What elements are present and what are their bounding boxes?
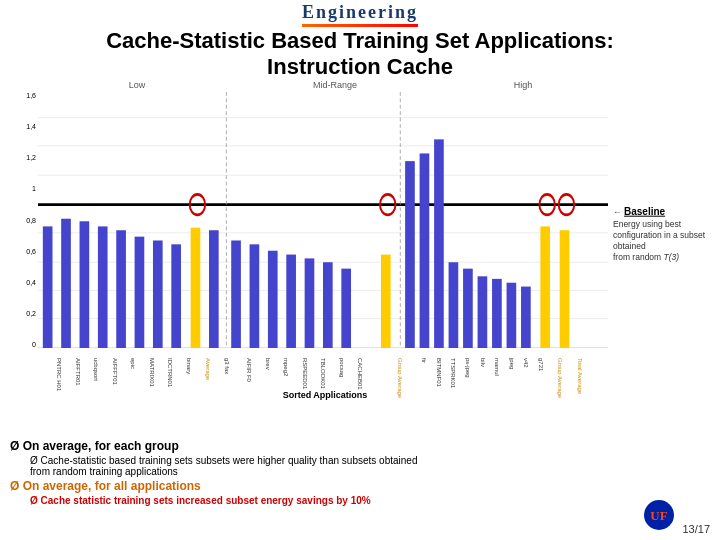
range-low: Low	[38, 80, 236, 92]
svg-rect-29	[341, 269, 351, 348]
svg-text:epic: epic	[130, 358, 136, 369]
svg-text:fir: fir	[421, 358, 427, 363]
svg-text:binary: binary	[186, 358, 192, 374]
svg-text:Group Average: Group Average	[397, 358, 403, 399]
svg-text:AIFIR F0: AIFIR F0	[246, 358, 252, 383]
engineering-title: Engineering	[302, 2, 418, 23]
svg-rect-17	[135, 237, 145, 348]
bullet-sub-1: Ø Cache-statistic based training sets su…	[30, 455, 710, 477]
svg-rect-15	[98, 226, 108, 348]
svg-rect-28	[323, 262, 333, 348]
svg-text:ucbqsort: ucbqsort	[93, 358, 99, 381]
svg-text:IDCTRN01: IDCTRN01	[167, 358, 173, 387]
svg-rect-21	[209, 230, 219, 348]
svg-rect-18	[153, 240, 163, 348]
svg-text:mpeg2: mpeg2	[283, 358, 289, 376]
x-axis-label: Sorted Applications	[283, 390, 368, 400]
svg-text:AIFFFT01: AIFFFT01	[112, 358, 118, 385]
svg-rect-13	[61, 219, 71, 348]
svg-text:bilv: bilv	[480, 358, 486, 367]
svg-rect-37	[478, 276, 488, 348]
svg-rect-20	[191, 228, 201, 348]
svg-rect-25	[268, 251, 278, 348]
bullet-main-1: Ø On average, for each group	[10, 439, 710, 453]
svg-rect-23	[231, 240, 241, 348]
baseline-desc: Energy using best configuration in a sub…	[613, 219, 708, 263]
chart-svg	[38, 92, 608, 348]
chart-area: Normalized Energy Low Mid-Range High	[10, 80, 710, 400]
svg-rect-16	[116, 230, 126, 348]
svg-text:TBLOOK01: TBLOOK01	[320, 358, 326, 389]
svg-rect-36	[463, 269, 473, 348]
svg-rect-24	[250, 244, 260, 348]
svg-text:PNTRC H01: PNTRC H01	[56, 358, 62, 391]
svg-rect-26	[286, 255, 296, 348]
svg-text:mamul: mamul	[494, 358, 500, 376]
svg-text:UF: UF	[650, 508, 667, 523]
svg-text:brev: brev	[265, 358, 271, 370]
svg-rect-12	[43, 226, 53, 348]
bullet-main-2: Ø On average, for all applications	[10, 479, 710, 493]
range-labels: Low Mid-Range High	[38, 80, 612, 92]
svg-rect-42	[560, 230, 570, 348]
svg-text:Total Average: Total Average	[577, 358, 583, 395]
svg-rect-32	[405, 161, 415, 348]
svg-text:CACHEB01: CACHEB01	[357, 358, 363, 390]
svg-text:jpeg: jpeg	[509, 357, 515, 369]
range-mid: Mid-Range	[236, 80, 434, 92]
svg-rect-38	[492, 279, 502, 348]
baseline-annotation: ← Baseline Energy using best configurati…	[613, 206, 708, 263]
engineering-bar	[302, 24, 418, 27]
svg-rect-19	[171, 244, 181, 348]
svg-rect-14	[80, 221, 90, 348]
svg-text:AIFFTR01: AIFFTR01	[75, 358, 81, 386]
svg-text:g3 fax: g3 fax	[224, 358, 230, 374]
svg-text:MATRIX01: MATRIX01	[149, 358, 155, 387]
svg-text:ps-jpeg: ps-jpeg	[465, 358, 471, 378]
svg-rect-35	[449, 262, 459, 348]
bullet-sub-2: Ø Cache statistic training sets increase…	[30, 495, 710, 506]
uf-logo: UF	[643, 499, 675, 535]
svg-rect-41	[540, 226, 550, 348]
svg-text:TTSPRK01: TTSPRK01	[450, 358, 456, 388]
svg-rect-40	[521, 287, 531, 348]
svg-text:Average: Average	[205, 358, 211, 381]
x-axis-labels: PNTRC H01 AIFFTR01 ucbqsort AIFFFT01 epi…	[38, 348, 612, 400]
page-title: Cache-Statistic Based Training Set Appli…	[10, 28, 710, 80]
svg-text:v42: v42	[523, 358, 529, 368]
svg-rect-27	[305, 258, 315, 348]
svg-rect-39	[507, 283, 517, 348]
svg-text:g721: g721	[538, 358, 544, 371]
header-logo: Engineering	[302, 2, 418, 27]
y-axis-ticks: 0 0,2 0,4 0,6 0,8 1 1,2 1,4 1,6	[10, 92, 38, 348]
bottom-section: Ø On average, for each group Ø Cache-sta…	[10, 439, 710, 508]
svg-text:Group Average: Group Average	[558, 358, 564, 399]
range-high: High	[434, 80, 612, 92]
svg-rect-34	[434, 139, 444, 348]
svg-text:RSPEED01: RSPEED01	[302, 358, 308, 389]
page-number: 13/17	[682, 523, 710, 535]
svg-rect-30	[381, 255, 391, 348]
svg-rect-33	[420, 153, 430, 348]
svg-text:BITMNF01: BITMNF01	[436, 358, 442, 387]
svg-text:pocsag: pocsag	[339, 358, 345, 377]
